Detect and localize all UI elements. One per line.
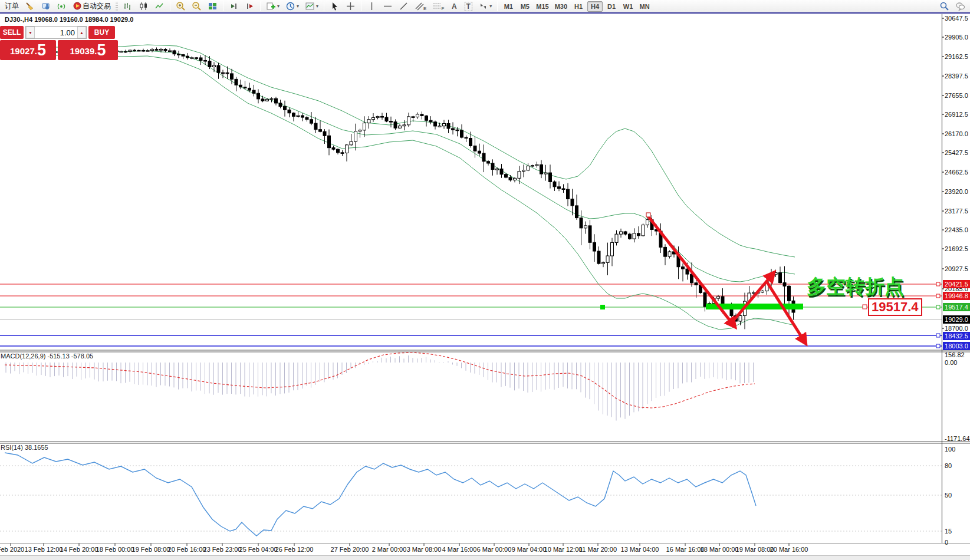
trend-arrow-2[interactable] <box>732 273 774 322</box>
candle-body <box>208 61 211 67</box>
volume-increase-button[interactable]: ▲ <box>77 27 86 38</box>
candle-body <box>328 136 331 147</box>
buy-button[interactable]: BUY <box>88 26 115 39</box>
candle-body <box>341 153 344 154</box>
candle-body <box>620 232 623 234</box>
orders-button[interactable]: 订单 <box>2 1 21 12</box>
text-tool-button[interactable]: A <box>448 1 461 12</box>
timeframe-button-W1[interactable]: W1 <box>620 1 636 12</box>
timeframe-button-H1[interactable]: H1 <box>571 1 586 12</box>
bar-chart-button[interactable] <box>120 1 135 12</box>
candle-body <box>690 274 693 283</box>
candle-body <box>593 242 596 251</box>
trend-arrow-1[interactable] <box>649 217 735 327</box>
volume-input[interactable] <box>35 27 77 38</box>
level-line-handle[interactable] <box>936 282 940 286</box>
publisher-button[interactable] <box>38 1 53 12</box>
candle-body <box>359 130 361 131</box>
candle-body <box>461 130 463 137</box>
timeframe-button-M1[interactable]: M1 <box>501 1 516 12</box>
candle-body <box>248 88 251 90</box>
zoom-in-button[interactable] <box>173 1 188 12</box>
timeframe-button-H4[interactable]: H4 <box>587 1 603 12</box>
candle-body <box>213 65 216 67</box>
support-price-label[interactable]: 19517.4 <box>868 298 922 316</box>
bar-chart-icon <box>123 1 133 11</box>
level-line-handle[interactable] <box>936 344 940 348</box>
macd-scale--1171.64: -1171.64 <box>945 435 970 442</box>
price-badge-19517.4: 19517.4 <box>943 303 970 311</box>
timeframe-button-M5[interactable]: M5 <box>517 1 532 12</box>
toolbar-separator <box>497 1 498 11</box>
candle-body <box>376 116 379 117</box>
timeframe-button-M30[interactable]: M30 <box>553 1 570 12</box>
level-line-handle[interactable] <box>936 334 940 337</box>
candle-body <box>199 58 202 61</box>
price-tag-anchor[interactable] <box>863 305 867 309</box>
support-line-handle[interactable] <box>600 305 605 309</box>
channel-sub-label: E <box>423 6 426 11</box>
level-line-handle[interactable] <box>936 294 940 298</box>
hline-tool-button[interactable] <box>380 1 395 12</box>
crosshair-tool-button[interactable] <box>343 1 358 12</box>
time-label: 6 Mar 00:00 <box>477 546 512 553</box>
autotrade-label: 自动交易 <box>83 1 111 11</box>
candle-body <box>544 173 547 174</box>
candle-body <box>553 182 556 186</box>
turning-point-annotation[interactable]: 多空转折点 <box>807 274 904 300</box>
candle-body <box>407 117 410 125</box>
search-button[interactable] <box>937 1 952 12</box>
autotrade-button[interactable]: 自动交易 <box>70 1 113 12</box>
candle-chart-button[interactable] <box>136 1 151 12</box>
chart-shift-button[interactable] <box>242 1 257 12</box>
trendline-tool-button[interactable] <box>396 1 411 12</box>
price-tick-26170.0: 26170.0 <box>945 130 968 137</box>
periods-button[interactable]: ▾ <box>283 1 301 12</box>
timeframe-button-M15[interactable]: M15 <box>534 1 551 12</box>
signal-button[interactable] <box>54 1 69 12</box>
candle-body <box>129 50 131 51</box>
hline-icon <box>383 1 393 11</box>
toolbar-separator <box>324 1 324 11</box>
toolbar-grip <box>116 2 118 11</box>
candle-body <box>567 189 570 199</box>
level-line-handle[interactable] <box>936 305 940 309</box>
fibonacci-tool-button[interactable]: F <box>430 1 446 12</box>
vline-tool-button[interactable] <box>364 1 379 12</box>
autotrade-icon <box>73 1 83 11</box>
toolbar-separator <box>223 1 223 11</box>
channel-tool-button[interactable]: E <box>412 1 429 12</box>
candlestick-series <box>5 47 795 329</box>
tile-windows-button[interactable] <box>205 1 220 12</box>
timeframe-button-D1[interactable]: D1 <box>604 1 619 12</box>
templates-button[interactable]: ▾ <box>302 1 321 12</box>
sweep-button[interactable] <box>22 1 37 12</box>
line-chart-button[interactable] <box>152 1 167 12</box>
price-tick-23920.0: 23920.0 <box>945 188 968 195</box>
sell-button[interactable]: SELL <box>0 26 24 39</box>
cursor-tool-button[interactable] <box>327 1 342 12</box>
ask-price-button[interactable]: 19039.5 <box>58 40 118 60</box>
new-order-button[interactable]: ▾ <box>264 1 282 12</box>
candle-body <box>646 220 649 225</box>
label-tool-button[interactable]: T <box>462 1 475 12</box>
volume-stepper: ▼ ▲ <box>25 26 87 39</box>
time-label: Feb 2020 <box>0 546 24 553</box>
candle-body <box>231 74 234 79</box>
candle-body <box>465 137 468 139</box>
timeframe-button-MN[interactable]: MN <box>637 1 652 12</box>
trend-arrow-anchor[interactable] <box>646 213 650 217</box>
trend-arrow-3[interactable] <box>767 282 805 343</box>
candle-body <box>323 131 326 136</box>
candle-body <box>363 123 366 130</box>
auto-scroll-button[interactable] <box>226 1 241 12</box>
zoom-out-button[interactable] <box>189 1 204 12</box>
chat-button[interactable] <box>953 1 968 12</box>
volume-decrease-button[interactable]: ▼ <box>26 27 35 38</box>
candle-body <box>637 233 640 236</box>
arrows-tool-button[interactable]: ▾ <box>476 1 494 12</box>
zoom-out-icon <box>192 1 202 11</box>
time-label: 19 Mar 08:00 <box>736 546 774 553</box>
trendline-icon <box>399 1 409 11</box>
bid-price-button[interactable]: 19027.5 <box>0 40 56 60</box>
